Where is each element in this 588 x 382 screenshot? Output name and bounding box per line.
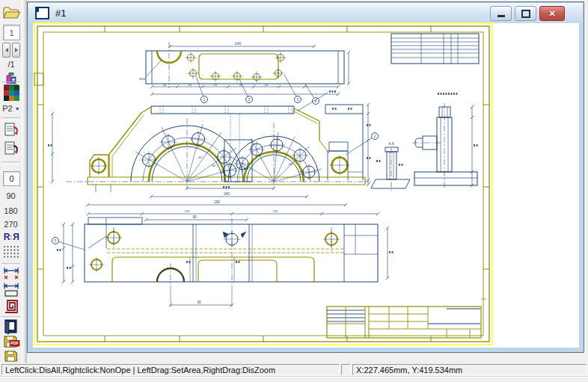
document-window: #1 ✕: [27, 1, 584, 353]
close-icon: ✕: [548, 10, 555, 18]
save-pdf-icon: PDF: [2, 334, 20, 350]
window-title: #1: [55, 7, 66, 19]
toolbar: /1 P2 ▼: [0, 0, 22, 363]
close-button[interactable]: ✕: [539, 6, 565, 21]
copy-document-red-arrow-icon: [3, 122, 20, 139]
arrow-left-icon: [5, 48, 8, 52]
next-page-button[interactable]: [12, 43, 20, 58]
prev-page-button[interactable]: [2, 43, 10, 58]
spiral-icon: [3, 298, 19, 315]
letter-r-icon: R: [4, 232, 10, 241]
meander-fill-button[interactable]: [1, 298, 21, 315]
save-pdf-button[interactable]: PDF: [1, 334, 21, 350]
drawing-canvas[interactable]: [33, 23, 579, 348]
cursor-coordinates-panel: X:227.465mm, Y:419.534mm: [352, 364, 587, 375]
dot-grid-button[interactable]: [1, 245, 21, 259]
folder-open-icon: [2, 4, 20, 21]
copy-document-dark-arrow-icon: [3, 141, 20, 158]
letter-r-mirrored-icon: R: [13, 232, 19, 241]
statusbar: LeftClick:DisAll,Rightclick:NonOpe | Lef…: [0, 363, 588, 377]
chevron-down-icon: ▼: [15, 106, 20, 111]
rotation-option-180[interactable]: 180: [0, 206, 22, 215]
rotation-option-270[interactable]: 270: [0, 220, 22, 229]
window-bottom-strip: [0, 377, 588, 382]
page-total-label: /1: [1, 60, 21, 69]
exit-button[interactable]: [1, 318, 21, 334]
page-number-field[interactable]: [3, 25, 20, 40]
measure-distance-button[interactable]: [1, 266, 21, 280]
restore-icon: [521, 10, 530, 18]
minimize-button[interactable]: [490, 6, 512, 21]
palette-select-dropdown[interactable]: P2 ▼: [1, 104, 21, 113]
toolbar-separator: [1, 117, 20, 120]
color-palette-button[interactable]: [1, 84, 21, 102]
open-file-button[interactable]: [1, 4, 21, 21]
statusbar-spacer-panel: [341, 364, 351, 375]
rotation-option-90[interactable]: 90: [0, 191, 22, 200]
svg-text:PDF: PDF: [10, 341, 19, 345]
restore-button[interactable]: [515, 6, 536, 21]
save-floppy-icon: [4, 350, 19, 363]
toolbar-divider: [22, 0, 27, 363]
mirror-button[interactable]: R:R: [1, 232, 21, 241]
minimize-icon: [497, 15, 505, 17]
rotation-option-0[interactable]: 0: [3, 171, 20, 186]
measure-area-button[interactable]: [1, 282, 21, 297]
exit-door-icon: [2, 318, 20, 334]
save-button[interactable]: [1, 350, 21, 363]
palette-select-label: P2: [2, 104, 12, 113]
measure-width-icon: [2, 266, 20, 280]
arrow-right-icon: [15, 48, 18, 52]
dot-grid-icon: [3, 245, 19, 259]
palette-icon: [3, 84, 20, 102]
page-nav-buttons: [1, 43, 21, 58]
measure-rect-icon: [2, 282, 20, 297]
document-window-icon: [35, 7, 49, 19]
toolbar-separator: [1, 161, 20, 164]
copy-page-button[interactable]: [1, 122, 21, 139]
copy-page-alt-button[interactable]: [1, 141, 21, 158]
mouse-hints-panel: LeftClick:DisAll,Rightclick:NonOpe | Lef…: [1, 364, 340, 375]
